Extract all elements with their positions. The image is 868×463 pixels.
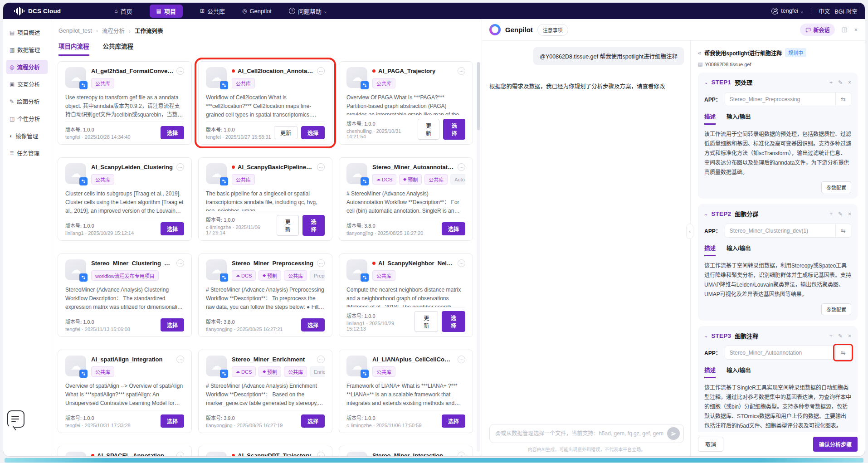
select-button[interactable]: 选择 bbox=[161, 222, 184, 235]
add-step-icon[interactable]: + bbox=[829, 333, 833, 339]
scrollbar-thumb[interactable] bbox=[477, 62, 480, 130]
select-button[interactable]: 选择 bbox=[301, 318, 325, 331]
remove-step-icon[interactable]: × bbox=[848, 211, 851, 217]
edit-step-icon[interactable]: ✎ bbox=[838, 211, 843, 217]
sidebar-item-interactive-analysis[interactable]: ▣交互分析 bbox=[6, 77, 48, 91]
nav-item-public-library[interactable]: ⊞公共库 bbox=[200, 7, 225, 15]
sidebar-item-plot-analysis[interactable]: ✎绘图分析 bbox=[6, 94, 48, 108]
chat-input[interactable] bbox=[495, 430, 663, 437]
workflow-card[interactable]: ☁ AI_spatiAlign_Integration ⋯ 公共库 Overvi… bbox=[58, 350, 192, 433]
breadcrumb-item[interactable]: 流程分析 bbox=[102, 26, 135, 35]
tab-description[interactable]: 描述 bbox=[704, 112, 716, 125]
more-options-button[interactable]: ⋯ bbox=[458, 356, 465, 363]
select-button[interactable]: 选择 bbox=[442, 414, 465, 428]
close-panel-icon[interactable]: × bbox=[854, 26, 858, 33]
update-button[interactable]: 更新 bbox=[274, 126, 297, 139]
workflow-card[interactable]: ☁ AI_ScanpyNeighbor_Neighbor ⋯ 公共库 Compu… bbox=[339, 253, 473, 337]
more-options-button[interactable]: ⋯ bbox=[176, 259, 184, 267]
sidebar-item-personal-analysis[interactable]: ◫个性分析 bbox=[6, 112, 48, 126]
nav-item-home[interactable]: ⌂首页 bbox=[114, 7, 132, 15]
tab-input-output[interactable]: 输入/输出 bbox=[727, 366, 751, 378]
edit-step-icon[interactable]: ✎ bbox=[838, 79, 843, 86]
language-switch[interactable]: 中文 bbox=[819, 7, 830, 15]
more-options-button[interactable]: ⋯ bbox=[176, 356, 184, 363]
add-step-icon[interactable]: + bbox=[829, 211, 833, 217]
sidebar-item-task-management[interactable]: ≣任务管理 bbox=[6, 146, 48, 160]
add-step-icon[interactable]: + bbox=[829, 79, 833, 86]
workflow-card[interactable]: ☁ AI_SPACEL_Annotation ⋯ 公共库 版本号: 选择 bbox=[58, 446, 192, 456]
cards-scrollbar[interactable] bbox=[477, 62, 480, 452]
tab-public-flows[interactable]: 公共库流程 bbox=[103, 41, 134, 56]
workflow-card[interactable]: ☁ Stereo_Miner_Clustering_dev ⋯ workflow… bbox=[58, 253, 192, 337]
org-label[interactable]: BGI-时空 bbox=[834, 7, 858, 15]
app-select[interactable]: Stereo_Miner_Clustering_dev(1) ⇆ bbox=[725, 224, 851, 238]
workflow-card[interactable]: ☁ Stereo_Miner_Enrichment ⋯ ☁DCS◆预制公共库En… bbox=[198, 350, 332, 433]
workflow-card[interactable]: ☁ Stereo_Miner_Preprocessing ⋯ ☁DCS◆预制公共… bbox=[198, 253, 332, 337]
more-options-button[interactable]: ⋯ bbox=[176, 163, 184, 171]
remove-step-icon[interactable]: × bbox=[848, 333, 851, 339]
workflow-card[interactable]: ☁ AI_ScanpyDPT_Trajectory ⋯ 公共库 版本号: 选择 bbox=[198, 446, 332, 456]
select-button[interactable]: 选择 bbox=[442, 311, 465, 332]
update-button[interactable]: 更新 bbox=[414, 311, 438, 332]
nav-item-genpilot[interactable]: ◎Genpilot bbox=[242, 8, 272, 15]
sidebar-item-image-management[interactable]: ◐镜像管理 bbox=[6, 129, 48, 143]
more-options-button[interactable]: ⋯ bbox=[458, 163, 465, 171]
collapse-plan-handle[interactable]: ‹ bbox=[686, 224, 693, 239]
workflow-card[interactable]: ☁ AI_LIANAplus_CellCellCommuni... ⋯ 公共库 … bbox=[339, 350, 473, 433]
sidebar-item-project-overview[interactable]: ▤项目概述 bbox=[6, 25, 48, 39]
chevron-down-icon[interactable]: ⌄ bbox=[704, 80, 708, 85]
expand-panel-icon[interactable] bbox=[841, 27, 848, 33]
more-options-button[interactable]: ⋯ bbox=[317, 67, 325, 75]
workflow-card[interactable]: ☁ AI_ScanpyLeiden_Clustering ⋯ 公共库 Clust… bbox=[58, 157, 192, 241]
more-options-button[interactable]: ⋯ bbox=[317, 163, 325, 171]
app-select[interactable]: Stereo_Miner_Autoannotation ⇆ bbox=[725, 346, 851, 360]
params-config-button[interactable]: 参数配置 bbox=[821, 181, 851, 193]
new-session-button[interactable]: 新会话 bbox=[800, 24, 835, 36]
tab-input-output[interactable]: 输入/输出 bbox=[727, 112, 751, 125]
select-button[interactable]: 选择 bbox=[161, 126, 184, 139]
send-icon[interactable] bbox=[667, 427, 680, 440]
more-options-button[interactable]: ⋯ bbox=[176, 67, 184, 75]
select-button[interactable]: 选择 bbox=[301, 126, 325, 139]
breadcrumb-item[interactable]: Genpilot_test bbox=[59, 28, 102, 34]
chevron-down-icon[interactable]: ⌄ bbox=[704, 333, 708, 338]
remove-step-icon[interactable]: × bbox=[848, 79, 851, 86]
sidebar-item-pipeline-analysis[interactable]: ◎流程分析 bbox=[6, 60, 48, 74]
select-button[interactable]: 选择 bbox=[161, 318, 184, 331]
params-config-button[interactable]: 参数配置 bbox=[821, 303, 851, 315]
select-button[interactable]: 选择 bbox=[443, 119, 465, 140]
swap-app-icon[interactable]: ⇆ bbox=[835, 224, 851, 237]
edit-step-icon[interactable]: ✎ bbox=[838, 333, 843, 339]
workflow-card[interactable]: ☁ AI_PAGA_Trajectory ⋯ 公共库 Overview Of P… bbox=[339, 61, 473, 145]
workflow-card[interactable]: ☁ Stereo_Miner_Autoannotation ⋯ ☁DCS◆预制公… bbox=[339, 157, 473, 241]
app-select[interactable]: Stereo_Miner_Preprocessing ⇆ bbox=[725, 92, 851, 106]
confirm-steps-button[interactable]: 确认分析步骤 bbox=[813, 437, 858, 452]
more-options-button[interactable]: ⋯ bbox=[458, 259, 465, 267]
more-options-button[interactable]: ⋯ bbox=[317, 356, 325, 363]
workflow-card[interactable]: ☁ AI_ScanpyBasicPipeline_Prepro... ⋯ 公共库… bbox=[198, 157, 332, 241]
more-options-button[interactable]: ⋯ bbox=[458, 452, 465, 456]
user-menu[interactable]: tengfei ⌄ bbox=[771, 8, 804, 15]
workflow-card[interactable]: ☁ AI_Cell2location_Annotation ⋯ 公共库 Work… bbox=[198, 61, 332, 145]
tab-project-flows[interactable]: 项目内流程 bbox=[59, 41, 89, 56]
chevron-down-icon[interactable]: ⌄ bbox=[704, 211, 708, 216]
collapse-icon[interactable]: « bbox=[698, 49, 701, 56]
workflow-card[interactable]: ☁ AI_gef2h5ad_FormatConversion ⋯ 公共库 Use… bbox=[58, 61, 192, 145]
tab-input-output[interactable]: 输入/输出 bbox=[727, 244, 751, 256]
swap-app-icon[interactable]: ⇆ bbox=[835, 93, 851, 106]
brand[interactable]: DCS Cloud bbox=[14, 6, 61, 16]
select-button[interactable]: 选择 bbox=[442, 222, 465, 235]
more-options-button[interactable]: ⋯ bbox=[458, 67, 465, 75]
feedback-button[interactable] bbox=[7, 410, 24, 428]
update-button[interactable]: 更新 bbox=[277, 215, 299, 236]
tab-description[interactable]: 描述 bbox=[704, 244, 716, 256]
update-button[interactable]: 更新 bbox=[418, 119, 440, 140]
workflow-card[interactable]: ☁ Stereo_Miner_Interaction ⋯ ☁DCS◆预制公共库I… bbox=[339, 446, 473, 456]
more-options-button[interactable]: ⋯ bbox=[317, 259, 325, 267]
tab-description[interactable]: 描述 bbox=[704, 366, 716, 378]
select-button[interactable]: 选择 bbox=[301, 414, 325, 428]
swap-app-icon[interactable]: ⇆ bbox=[835, 346, 851, 359]
nav-item-project[interactable]: ▤项目 bbox=[150, 5, 183, 18]
select-button[interactable]: 选择 bbox=[161, 414, 184, 428]
sidebar-item-data-management[interactable]: ▥数据管理 bbox=[6, 43, 48, 57]
